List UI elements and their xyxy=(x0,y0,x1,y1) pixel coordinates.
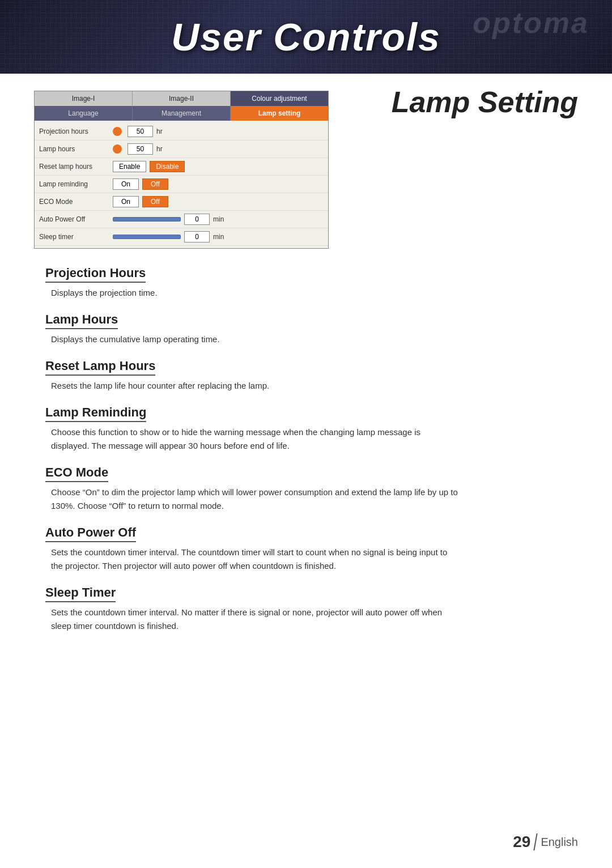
label-lamp-hours: Lamp hours xyxy=(39,145,113,153)
page-footer: 29 English xyxy=(513,833,578,851)
tab-row-2: Language Management Lamp setting xyxy=(35,106,328,121)
settings-row-reset-lamp: Reset lamp hours Enable Disable xyxy=(35,158,328,176)
tab-image-i[interactable]: Image-I xyxy=(35,91,133,106)
settings-row-sleep-timer: Sleep timer 0 min xyxy=(35,228,328,246)
lamp-hours-icon xyxy=(113,144,122,154)
sleep-timer-slider[interactable] xyxy=(113,235,181,239)
control-panel: Image-I Image-II Colour adjustment Langu… xyxy=(34,91,329,249)
btn-off-reminding[interactable]: Off xyxy=(142,178,168,190)
value-eco-mode: On Off xyxy=(113,196,324,207)
section-eco-mode: ECO Mode Choose “On” to dim the projecto… xyxy=(34,465,578,513)
auto-power-slider[interactable] xyxy=(113,217,181,222)
section-sleep-timer: Sleep Timer Sets the countdown timer int… xyxy=(34,585,578,633)
settings-row-auto-power: Auto Power Off 0 min xyxy=(35,211,328,228)
value-lamp-hours: 50 hr xyxy=(113,143,324,155)
btn-off-eco[interactable]: Off xyxy=(142,196,168,207)
value-lamp-reminding: On Off xyxy=(113,178,324,190)
auto-power-value[interactable]: 0 xyxy=(184,214,210,225)
heading-auto-power-off: Auto Power Off xyxy=(45,525,136,542)
page-title: User Controls xyxy=(171,15,441,59)
label-reset-lamp: Reset lamp hours xyxy=(39,163,113,171)
projection-hours-value[interactable]: 50 xyxy=(128,126,153,137)
section-auto-power-off: Auto Power Off Sets the countdown timer … xyxy=(34,525,578,573)
optoma-logo: optoma xyxy=(473,6,589,40)
settings-row-lamp-hours: Lamp hours 50 hr xyxy=(35,141,328,158)
projection-hours-unit: hr xyxy=(156,127,163,135)
heading-sleep-timer: Sleep Timer xyxy=(45,585,116,602)
page-header: optoma User Controls xyxy=(0,0,612,74)
label-auto-power: Auto Power Off xyxy=(39,215,113,223)
main-content: Lamp Setting Image-I Image-II Colour adj… xyxy=(0,74,612,662)
value-auto-power: 0 min xyxy=(113,214,324,225)
label-lamp-reminding: Lamp reminding xyxy=(39,180,113,188)
tab-image-ii[interactable]: Image-II xyxy=(133,91,231,106)
projection-hours-icon xyxy=(113,127,122,136)
text-eco-mode: Choose “On” to dim the projector lamp wh… xyxy=(51,486,459,513)
text-lamp-hours: Displays the cumulative lamp operating t… xyxy=(51,333,459,346)
sleep-timer-value[interactable]: 0 xyxy=(184,231,210,242)
heading-eco-mode: ECO Mode xyxy=(45,465,108,482)
value-reset-lamp: Enable Disable xyxy=(113,161,324,172)
btn-on-eco[interactable]: On xyxy=(113,196,139,207)
tab-language[interactable]: Language xyxy=(35,106,133,121)
page-language: English xyxy=(541,836,578,849)
tab-row-1: Image-I Image-II Colour adjustment xyxy=(35,91,328,106)
tab-management[interactable]: Management xyxy=(133,106,231,121)
lamp-hours-value[interactable]: 50 xyxy=(128,143,153,155)
btn-enable-reset[interactable]: Enable xyxy=(113,161,146,172)
tab-colour-adjustment[interactable]: Colour adjustment xyxy=(231,91,328,106)
text-sleep-timer: Sets the countdown timer interval. No ma… xyxy=(51,606,459,633)
settings-row-lamp-reminding: Lamp reminding On Off xyxy=(35,176,328,193)
sleep-timer-unit: min xyxy=(213,233,224,241)
label-sleep-timer: Sleep timer xyxy=(39,233,113,241)
section-projection-hours: Projection Hours Displays the projection… xyxy=(34,266,578,300)
heading-lamp-reminding: Lamp Reminding xyxy=(45,405,146,422)
text-auto-power-off: Sets the countdown timer interval. The c… xyxy=(51,546,459,573)
text-lamp-reminding: Choose this function to show or to hide … xyxy=(51,426,459,453)
value-projection-hours: 50 hr xyxy=(113,126,324,137)
heading-reset-lamp-hours: Reset Lamp Hours xyxy=(45,359,155,376)
section-lamp-reminding: Lamp Reminding Choose this function to s… xyxy=(34,405,578,453)
btn-disable-reset[interactable]: Disable xyxy=(150,161,185,172)
section-lamp-hours: Lamp Hours Displays the cumulative lamp … xyxy=(34,312,578,346)
page-number: 29 xyxy=(513,833,530,851)
settings-row-eco-mode: ECO Mode On Off xyxy=(35,193,328,211)
lamp-hours-unit: hr xyxy=(156,145,163,153)
settings-row-projection-hours: Projection hours 50 hr xyxy=(35,123,328,141)
heading-lamp-hours: Lamp Hours xyxy=(45,312,118,329)
value-sleep-timer: 0 min xyxy=(113,231,324,242)
text-reset-lamp-hours: Resets the lamp life hour counter after … xyxy=(51,379,459,393)
descriptions: Projection Hours Displays the projection… xyxy=(34,266,578,633)
footer-divider xyxy=(534,833,538,850)
auto-power-unit: min xyxy=(213,215,224,223)
lamp-setting-title: Lamp Setting xyxy=(392,85,578,119)
heading-projection-hours: Projection Hours xyxy=(45,266,146,283)
tab-lamp-setting[interactable]: Lamp setting xyxy=(231,106,328,121)
label-eco-mode: ECO Mode xyxy=(39,198,113,206)
text-projection-hours: Displays the projection time. xyxy=(51,286,459,300)
label-projection-hours: Projection hours xyxy=(39,127,113,135)
btn-on-reminding[interactable]: On xyxy=(113,178,139,190)
section-reset-lamp-hours: Reset Lamp Hours Resets the lamp life ho… xyxy=(34,359,578,393)
